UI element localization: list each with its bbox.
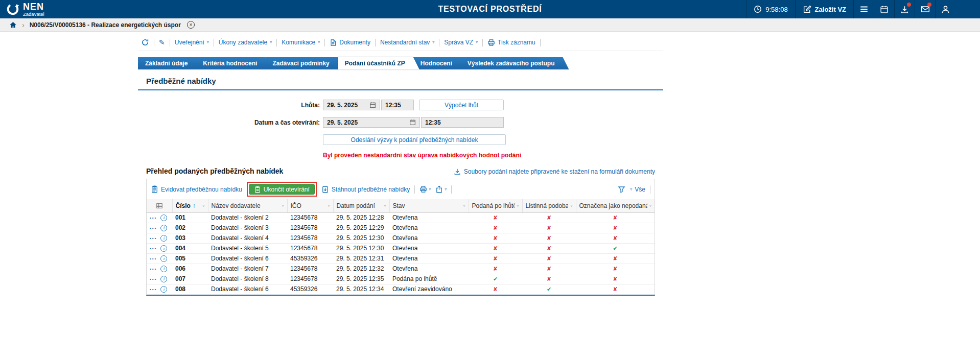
sort-asc-icon[interactable]: ↑ bbox=[193, 202, 196, 209]
download-bids-button[interactable]: Stáhnout předběžné nabídky bbox=[321, 185, 410, 193]
row-info-icon[interactable]: i bbox=[160, 235, 167, 242]
row-info-icon[interactable]: i bbox=[160, 286, 167, 293]
deadline-time-field[interactable]: 12:35 bbox=[381, 100, 414, 110]
caret-down-icon: ▿ bbox=[207, 40, 209, 44]
table-row[interactable]: ••• i 008 Dodavatel - školení 6 45359326… bbox=[147, 284, 655, 294]
row-info-icon[interactable]: i bbox=[160, 266, 167, 272]
opening-date-field[interactable]: 29. 5. 2025 bbox=[323, 117, 420, 128]
page-title: Předběžné nabídky bbox=[138, 77, 663, 90]
print-grid-button[interactable]: ▿ bbox=[419, 185, 431, 193]
row-menu-icon[interactable]: ••• bbox=[150, 246, 157, 251]
column-cislo[interactable]: Číslo ↑ ▿ bbox=[172, 199, 208, 212]
filter-caret-icon[interactable]: ▿ bbox=[463, 203, 465, 208]
nen-logo[interactable]: NEN Zadavatel bbox=[0, 2, 44, 17]
tab[interactable]: Hodnocení bbox=[413, 57, 466, 69]
filter-caret-icon[interactable]: ▿ bbox=[202, 203, 204, 208]
column-listinna-podoba[interactable]: Listinná podoba▿ bbox=[522, 199, 576, 212]
end-opening-button[interactable]: Ukončit otevírání bbox=[249, 184, 315, 195]
menu-uverejneni[interactable]: Uveřejnění ▿ bbox=[175, 39, 209, 46]
row-info-icon[interactable]: i bbox=[160, 225, 167, 231]
cell-marked-not-filed-mark bbox=[576, 233, 655, 243]
row-menu-icon[interactable]: ••• bbox=[150, 236, 157, 241]
cell-status: Otevřena bbox=[389, 212, 469, 223]
menu-dokumenty[interactable]: Dokumenty bbox=[330, 39, 370, 46]
submission-files-link[interactable]: Soubory podání najdete připravené ke sta… bbox=[454, 168, 655, 175]
filter-caret-icon[interactable]: ▿ bbox=[384, 203, 386, 208]
column-nazev-dodavatele[interactable]: Název dodavatele▿ bbox=[208, 199, 287, 212]
refresh-icon[interactable] bbox=[141, 38, 149, 46]
cell-late-submission-mark bbox=[469, 274, 522, 284]
filter-caret-icon[interactable]: ▿ bbox=[282, 203, 284, 208]
row-info-icon[interactable]: i bbox=[160, 245, 167, 252]
filter-caret-icon[interactable]: ▿ bbox=[328, 203, 330, 208]
environment-title: TESTOVACÍ PROSTŘEDÍ bbox=[438, 5, 542, 14]
table-row[interactable]: ••• i 002 Dodavatel - školení 3 12345678… bbox=[147, 223, 655, 233]
cell-late-submission-mark bbox=[469, 284, 522, 294]
menu-tisk-zaznamu[interactable]: Tisk záznamu bbox=[487, 39, 535, 46]
column-ico[interactable]: IČO▿ bbox=[287, 199, 333, 212]
column-oznacena-jako-nepodana[interactable]: Označena jako nepodaná▿ bbox=[576, 199, 655, 212]
calendar-icon[interactable] bbox=[409, 119, 416, 126]
table-row[interactable]: ••• i 007 Dodavatel - školení 8 12345678… bbox=[147, 274, 655, 284]
cell-paper-form-mark bbox=[522, 274, 576, 284]
create-vz-button[interactable]: Založit VZ bbox=[795, 0, 853, 18]
cell-ico: 45359326 bbox=[287, 284, 333, 294]
row-menu-icon[interactable]: ••• bbox=[150, 277, 157, 281]
row-info-icon[interactable]: i bbox=[160, 215, 167, 221]
home-icon[interactable] bbox=[9, 21, 17, 29]
column-podana-po-lhute[interactable]: Podaná po lhůtě▿ bbox=[469, 199, 522, 212]
download-box-icon bbox=[321, 185, 329, 193]
export-button[interactable]: ▿ bbox=[435, 185, 447, 193]
compute-deadlines-button[interactable]: Výpočet lhůt bbox=[419, 100, 504, 110]
calendar-icon[interactable] bbox=[369, 102, 376, 108]
tab[interactable]: Podání účastníků ZP bbox=[338, 57, 419, 69]
row-info-icon[interactable]: i bbox=[160, 276, 167, 282]
row-menu-icon[interactable]: ••• bbox=[150, 287, 157, 292]
cell-ico: 45359326 bbox=[287, 253, 333, 264]
column-stav[interactable]: Stav▿ bbox=[389, 199, 469, 212]
opening-time-field[interactable]: 12:35 bbox=[421, 117, 504, 128]
server-clock: 9:58:08 bbox=[746, 0, 795, 18]
column-datum-podani[interactable]: Datum podání▿ bbox=[333, 199, 389, 212]
register-bid-button[interactable]: Evidovat předběžnou nabídku bbox=[151, 185, 242, 193]
breadcrumb-record[interactable]: N006/25/V00005136 - Realizace energetick… bbox=[30, 21, 181, 29]
table-row[interactable]: ••• i 001 Dodavatel - školení 2 12345678… bbox=[147, 212, 655, 223]
downloads-button[interactable] bbox=[894, 0, 915, 18]
filter-caret-icon[interactable]: ▿ bbox=[517, 203, 519, 208]
close-record-icon[interactable]: × bbox=[187, 21, 195, 29]
table-row[interactable]: ••• i 004 Dodavatel - školení 5 12345678… bbox=[147, 243, 655, 253]
table-row[interactable]: ••• i 005 Dodavatel - školení 6 45359326… bbox=[147, 253, 655, 264]
messages-button[interactable] bbox=[915, 0, 935, 18]
edit-record-icon[interactable]: ✎ bbox=[159, 39, 165, 46]
menu-ukony-zadavatele[interactable]: Úkony zadavatele ▿ bbox=[219, 39, 272, 46]
filter-caret-icon[interactable]: ▿ bbox=[570, 203, 572, 208]
caret-down-icon: ▿ bbox=[270, 40, 272, 44]
tab[interactable]: Výsledek zadávacího postupu bbox=[460, 57, 569, 69]
row-info-icon[interactable]: i bbox=[160, 255, 167, 262]
user-profile-button[interactable] bbox=[935, 0, 955, 18]
row-menu-icon[interactable]: ••• bbox=[150, 267, 157, 271]
menu-button[interactable] bbox=[853, 0, 874, 18]
tab[interactable]: Zadávací podmínky bbox=[265, 57, 343, 69]
app-header: NEN Zadavatel TESTOVACÍ PROSTŘEDÍ 9:58:0… bbox=[0, 0, 980, 18]
record-toolbar: ✎ Uveřejnění ▿ Úkony zadavatele ▿ Komuni… bbox=[138, 32, 663, 51]
calendar-button[interactable] bbox=[874, 0, 894, 18]
menu-sprava-vz[interactable]: Správa VZ ▿ bbox=[444, 39, 478, 46]
filter-caret-icon[interactable]: ▿ bbox=[649, 203, 651, 208]
tab[interactable]: Kritéria hodnocení bbox=[196, 57, 271, 69]
send-call-button[interactable]: Odeslání výzvy k podání předběžných nabí… bbox=[323, 134, 506, 145]
filter-all-dropdown[interactable]: ▿ Vše bbox=[630, 186, 645, 193]
tab[interactable]: Základní údaje bbox=[138, 57, 202, 69]
opening-label: Datum a čas otevírání: bbox=[138, 119, 323, 126]
nen-logo-icon bbox=[6, 3, 19, 16]
deadline-date-field[interactable]: 29. 5. 2025 bbox=[323, 100, 380, 110]
filter-button[interactable] bbox=[618, 185, 625, 193]
cell-paper-form-mark bbox=[522, 233, 576, 243]
table-row[interactable]: ••• i 003 Dodavatel - školení 4 12345678… bbox=[147, 233, 655, 243]
menu-nestandardni-stav[interactable]: Nestandardní stav ▿ bbox=[380, 39, 434, 46]
row-menu-icon[interactable]: ••• bbox=[150, 226, 157, 230]
menu-komunikace[interactable]: Komunikace ▿ bbox=[282, 39, 320, 46]
row-menu-icon[interactable]: ••• bbox=[150, 216, 157, 220]
row-menu-icon[interactable]: ••• bbox=[150, 256, 157, 261]
table-row[interactable]: ••• i 006 Dodavatel - školení 7 12345678… bbox=[147, 264, 655, 274]
